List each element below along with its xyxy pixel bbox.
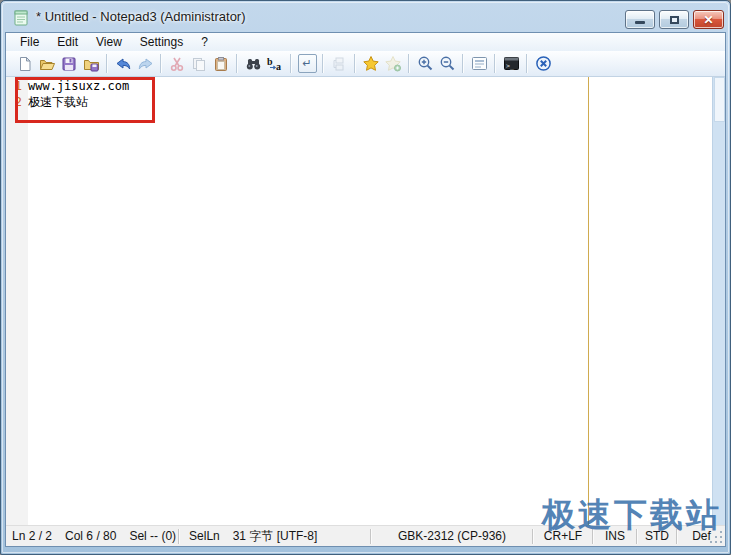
toolbar-separator	[354, 54, 356, 73]
red-annotation-box	[15, 77, 155, 123]
new-document-button[interactable]	[14, 53, 36, 75]
status-column: Col 6 / 80	[65, 529, 116, 543]
cut-button[interactable]	[166, 53, 188, 75]
toolbar-separator	[408, 54, 410, 73]
zoom-out-icon	[439, 55, 456, 72]
menu-edit[interactable]: Edit	[48, 34, 87, 50]
exit-button[interactable]	[532, 53, 554, 75]
zoom-in-button[interactable]	[414, 53, 436, 75]
caret-position-segment: Ln 2 / 2 Col 6 / 80 Sel -- (0) SelLn	[6, 526, 178, 546]
save-icon	[61, 56, 77, 72]
paste-button[interactable]	[210, 53, 232, 75]
undo-icon	[115, 56, 132, 72]
zoom-in-icon	[417, 55, 434, 72]
open-folder-icon	[39, 56, 56, 72]
new-document-icon	[17, 56, 33, 72]
eol-mode-segment[interactable]: CR+LF	[534, 526, 592, 546]
long-line-marker	[588, 77, 589, 525]
svg-text:a: a	[276, 61, 281, 72]
notepad3-app-icon	[13, 10, 29, 26]
text-editor[interactable]: 1 www.jisuxz.com 2 极速下载站	[6, 77, 725, 525]
minimize-button[interactable]	[625, 10, 655, 29]
word-wrap-button[interactable]: ↵	[296, 53, 318, 75]
console-icon: >_	[503, 56, 520, 71]
menu-view[interactable]: View	[87, 34, 131, 50]
maximize-button[interactable]	[659, 10, 689, 29]
favorites-button[interactable]	[360, 53, 382, 75]
menu-file[interactable]: File	[11, 34, 48, 50]
copy-icon	[191, 56, 207, 72]
folds-icon	[331, 56, 347, 72]
save-as-icon	[83, 56, 100, 72]
toolbar: b a ↵	[6, 51, 725, 77]
toolbar-separator	[236, 54, 238, 73]
menu-help[interactable]: ?	[192, 34, 217, 50]
undo-button[interactable]	[112, 53, 134, 75]
titlebar[interactable]: * Untitled - Notepad3 (Administrator) ✕	[1, 1, 730, 32]
close-icon: ✕	[703, 14, 713, 26]
close-button[interactable]: ✕	[693, 10, 724, 29]
copy-button[interactable]	[188, 53, 210, 75]
word-wrap-icon: ↵	[298, 54, 317, 73]
settings-scheme-button[interactable]	[468, 53, 490, 75]
toolbar-separator	[526, 54, 528, 73]
add-favorite-button[interactable]	[382, 53, 404, 75]
svg-text:b: b	[267, 56, 273, 67]
scrollbar-thumb[interactable]	[714, 77, 725, 122]
binoculars-icon	[245, 56, 262, 72]
encoding-segment[interactable]: GBK-2312 (CP-936)	[372, 526, 532, 546]
execute-document-button[interactable]: >_	[500, 53, 522, 75]
settings-mode-segment[interactable]: STD	[638, 526, 676, 546]
maximize-icon	[670, 16, 679, 24]
minimize-icon	[635, 21, 645, 24]
vertical-scrollbar[interactable]	[712, 77, 725, 525]
doc-size-segment[interactable]: 31 字节 [UTF-8]	[180, 526, 370, 546]
scheme-config-icon	[471, 56, 488, 71]
exit-icon	[535, 55, 552, 72]
menu-settings[interactable]: Settings	[131, 34, 192, 50]
menu-bar: File Edit View Settings ?	[6, 33, 725, 51]
resize-grip[interactable]	[710, 531, 722, 543]
toggle-folds-button[interactable]	[328, 53, 350, 75]
status-selection: Sel -- (0)	[129, 529, 176, 543]
save-file-as-button[interactable]	[80, 53, 102, 75]
redo-icon	[137, 56, 154, 72]
line-number-margin	[6, 77, 28, 525]
status-line: Ln 2 / 2	[12, 529, 52, 543]
client-area: File Edit View Settings ?	[5, 32, 726, 547]
toolbar-separator	[322, 54, 324, 73]
zoom-out-button[interactable]	[436, 53, 458, 75]
find-button[interactable]	[242, 53, 264, 75]
paste-icon	[213, 56, 229, 72]
save-file-button[interactable]	[58, 53, 80, 75]
toolbar-separator	[494, 54, 496, 73]
toolbar-separator	[462, 54, 464, 73]
scissors-icon	[169, 56, 185, 72]
svg-text:>_: >_	[506, 62, 514, 70]
replace-icon: b a	[266, 56, 284, 72]
replace-button[interactable]: b a	[264, 53, 286, 75]
redo-button[interactable]	[134, 53, 156, 75]
open-file-button[interactable]	[36, 53, 58, 75]
toolbar-separator	[290, 54, 292, 73]
star-add-icon	[384, 55, 402, 72]
toolbar-separator	[106, 54, 108, 73]
notepad3-window: * Untitled - Notepad3 (Administrator) ✕ …	[0, 0, 731, 555]
insert-mode-segment[interactable]: INS	[594, 526, 636, 546]
status-bar: Ln 2 / 2 Col 6 / 80 Sel -- (0) SelLn 31 …	[6, 525, 725, 546]
toolbar-separator	[160, 54, 162, 73]
window-title: * Untitled - Notepad3 (Administrator)	[36, 9, 246, 24]
star-icon	[362, 55, 380, 72]
